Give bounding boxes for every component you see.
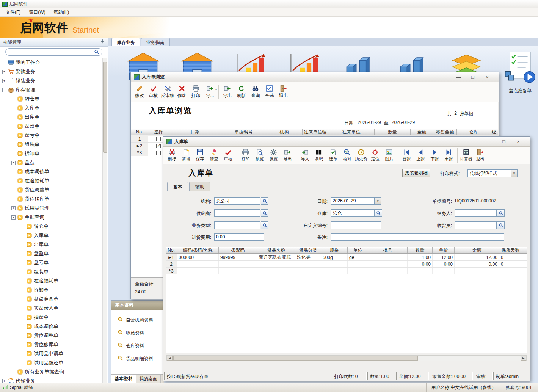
- warehouse-lookup-button[interactable]: [375, 209, 382, 217]
- grid-cell[interactable]: [522, 268, 527, 274]
- pin-icon[interactable]: [100, 39, 105, 45]
- print-button[interactable]: 打印: [238, 147, 253, 163]
- tree-item[interactable]: 出库单: [0, 240, 102, 249]
- tree-item[interactable]: 我的工作台: [0, 58, 102, 67]
- tree-item[interactable]: -库存管理: [0, 85, 102, 94]
- scrollbar-thumb[interactable]: [173, 356, 418, 361]
- expand-toggle[interactable]: +: [11, 161, 16, 165]
- grid-cell[interactable]: 0.00: [455, 261, 499, 267]
- expand-toggle[interactable]: +: [2, 379, 6, 383]
- delete-row-button[interactable]: 删行: [165, 147, 179, 163]
- first-button[interactable]: 首张: [400, 147, 414, 163]
- grid-cell[interactable]: 0: [499, 261, 522, 267]
- grid-cell[interactable]: ge: [348, 254, 368, 260]
- picture-button[interactable]: 图片: [382, 147, 396, 163]
- tree-item[interactable]: 所有业务单据查询: [0, 367, 102, 376]
- tree-scrollbar-thumb[interactable]: [103, 62, 107, 153]
- export-button[interactable]: 导出: [281, 147, 295, 163]
- basic-item[interactable]: 仓库资料: [111, 339, 164, 352]
- tree-item[interactable]: 出库单: [0, 113, 102, 122]
- tree-item[interactable]: +试用品管理: [0, 204, 102, 213]
- import-button[interactable]: 导入: [298, 147, 312, 163]
- tree-item[interactable]: 试用品申请单: [0, 349, 102, 358]
- query-button[interactable]: 查询: [248, 84, 262, 100]
- print-button[interactable]: 打印: [189, 84, 203, 100]
- tree-scrollbar[interactable]: [102, 58, 107, 383]
- column-header[interactable]: 经: [490, 129, 498, 135]
- history-price-button[interactable]: 历史价: [354, 147, 368, 163]
- save-button[interactable]: 保存: [193, 147, 207, 163]
- tree-item[interactable]: 拆卸单: [0, 285, 102, 295]
- basic-panel-tab-0[interactable]: 基本资料: [111, 375, 136, 383]
- tree-item[interactable]: 盘点准备单: [0, 295, 102, 304]
- grid-cell[interactable]: [295, 261, 321, 267]
- grid-cell[interactable]: 1.00: [408, 254, 433, 260]
- maximize-button[interactable]: □: [468, 74, 477, 80]
- receiver-lookup-button[interactable]: [497, 221, 505, 229]
- menu-item-0[interactable]: 文件(F): [2, 8, 25, 17]
- column-header[interactable]: No.: [131, 129, 148, 135]
- horizontal-scrollbar[interactable]: ◀ ▶: [166, 355, 527, 361]
- locate-button[interactable]: 定位: [368, 147, 382, 163]
- next-button[interactable]: 下张: [428, 147, 442, 163]
- column-header[interactable]: 货品名称: [257, 247, 295, 253]
- minimize-button[interactable]: —: [485, 139, 494, 144]
- grid-cell[interactable]: [348, 268, 368, 274]
- column-header[interactable]: 单据编号: [221, 129, 266, 135]
- tree-item[interactable]: 货位移库单: [0, 340, 102, 349]
- biztype-lookup-button[interactable]: [261, 221, 268, 229]
- shortcut-clipboard-7[interactable]: 盘点准备单: [502, 51, 538, 94]
- grid-cell[interactable]: [348, 261, 368, 267]
- last-button[interactable]: 末张: [442, 147, 456, 163]
- tree-item[interactable]: 实盘录入单: [0, 304, 102, 313]
- tree-item[interactable]: +代销业务: [0, 376, 102, 383]
- tree-item[interactable]: +销售业务: [0, 76, 102, 85]
- scroll-right-icon[interactable]: ▶: [521, 356, 526, 361]
- tree-item[interactable]: 货位移库单: [0, 194, 102, 204]
- grid-cell[interactable]: [295, 268, 321, 274]
- menu-item-2[interactable]: 帮助(H): [50, 8, 74, 17]
- tree-item[interactable]: 组装单: [0, 140, 102, 149]
- column-header[interactable]: 批号: [368, 247, 408, 253]
- column-header[interactable]: 规格: [321, 247, 348, 253]
- tree-item[interactable]: 入库单: [0, 103, 102, 113]
- tree-item[interactable]: 盘盈单: [0, 122, 102, 131]
- supplier-lookup-button[interactable]: [261, 209, 268, 217]
- column-header[interactable]: 选择: [148, 129, 169, 135]
- grid-cell[interactable]: [368, 268, 408, 274]
- menu-item-1[interactable]: 窗口(W): [25, 8, 49, 17]
- column-header[interactable]: 条形码: [219, 247, 257, 253]
- select-all-button[interactable]: 全选: [262, 84, 276, 100]
- column-header[interactable]: 货品分类: [295, 247, 321, 253]
- column-header[interactable]: 金额: [455, 247, 499, 253]
- date-picker-button[interactable]: ▼: [375, 197, 381, 205]
- basic-item[interactable]: 自营机构资料: [111, 314, 164, 326]
- grid-cell[interactable]: [433, 268, 455, 274]
- column-header[interactable]: 机构: [266, 129, 303, 135]
- tree-item[interactable]: 在途损耗单: [0, 176, 102, 185]
- entry-tab-1[interactable]: 辅助: [189, 182, 210, 191]
- supplier-input[interactable]: [214, 209, 260, 217]
- minimize-button[interactable]: —: [454, 74, 463, 80]
- tree-item[interactable]: 货位调整单: [0, 331, 102, 340]
- column-header[interactable]: 零售金额: [433, 129, 457, 135]
- grid-cell[interactable]: [455, 268, 499, 274]
- verify-button[interactable]: 核对: [340, 147, 354, 163]
- handler-lookup-button[interactable]: [497, 209, 505, 217]
- exit-button[interactable]: 退出: [473, 147, 487, 163]
- column-header[interactable]: 单价: [433, 247, 455, 253]
- grid-cell[interactable]: [321, 268, 348, 274]
- modify-button[interactable]: 修改: [132, 84, 146, 100]
- container-detail-button[interactable]: 集装箱明细: [402, 169, 430, 177]
- close-button[interactable]: ×: [514, 139, 523, 144]
- org-input[interactable]: [214, 197, 260, 205]
- tree-item[interactable]: 抽盘单: [0, 313, 102, 322]
- export-menu-button[interactable]: ▾导...: [203, 84, 217, 100]
- grid-cell[interactable]: [522, 254, 527, 260]
- grid-cell[interactable]: 000000: [177, 254, 219, 260]
- tree-item[interactable]: 入库单: [0, 231, 102, 240]
- scroll-left-icon[interactable]: ◀: [167, 356, 173, 361]
- column-header[interactable]: 日期: [169, 129, 221, 135]
- tree-item[interactable]: -单据查询: [0, 213, 102, 222]
- column-header[interactable]: 数量: [375, 129, 411, 135]
